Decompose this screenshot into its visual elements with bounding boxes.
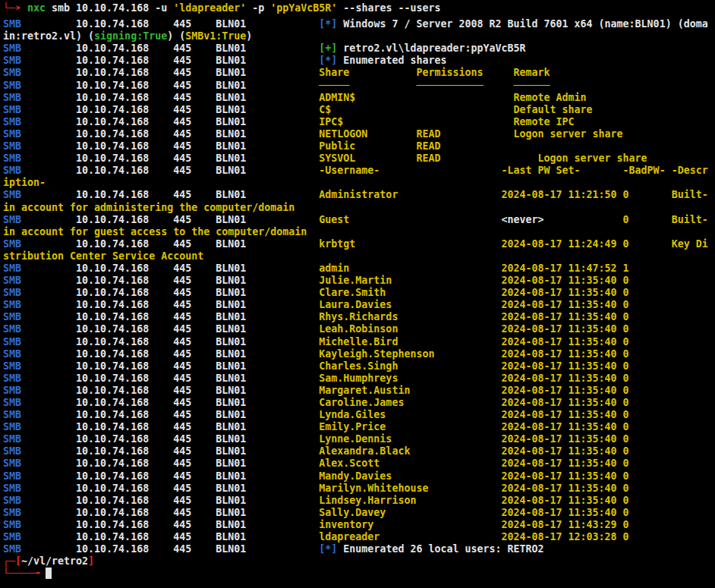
text-segment: in:retro2.vl) ( xyxy=(3,30,94,42)
text-segment: 2024-08-17 11:35:40 xyxy=(501,397,622,408)
text-segment: BLN01 xyxy=(216,531,319,542)
text-segment: [*] xyxy=(319,55,337,66)
text-segment: Guest xyxy=(319,214,501,225)
user-row: SMB 10.10.74.168 445 BLN01 Lindsey.Harri… xyxy=(3,495,715,507)
users-header-row: SMB 10.10.74.168 445 BLN01 -Username- -L… xyxy=(3,165,715,177)
user-row: SMB 10.10.74.168 445 BLN01 Leah.Robinson… xyxy=(3,323,715,335)
text-segment: 10.10.74.168 xyxy=(76,287,173,298)
text-segment: SMB xyxy=(3,323,76,335)
text-segment: 0 xyxy=(623,421,629,432)
text-segment: SMB xyxy=(3,311,76,322)
user-row: SMB 10.10.74.168 445 BLN01 admin 2024-08… xyxy=(3,263,715,275)
text-segment: 2024-08-17 11:35:40 xyxy=(501,433,622,445)
text-segment: -Descr xyxy=(672,165,708,176)
text-segment: BLN01 xyxy=(216,519,319,530)
text-segment: BLN01 xyxy=(216,323,319,335)
text-segment: -Last PW Set- xyxy=(501,165,622,176)
text-segment: Key Di xyxy=(672,238,708,250)
text-segment: ───── xyxy=(319,80,416,91)
text-segment: in account for administering the compute… xyxy=(3,202,295,213)
user-row-wrap: in account for guest access to the compu… xyxy=(3,226,715,238)
text-segment: 445 xyxy=(173,445,216,457)
text-segment: 445 xyxy=(173,238,216,250)
text-segment: SMB xyxy=(3,373,76,384)
text-segment: 0 xyxy=(623,483,629,494)
text-segment: 445 xyxy=(173,42,216,54)
text-segment: 0 xyxy=(623,397,629,408)
smb-banner-row: SMB 10.10.74.168 445 BLN01 [*] Windows 7… xyxy=(3,18,715,30)
smb-enum-shares-row: SMB 10.10.74.168 445 BLN01 [*] Enumerate… xyxy=(3,55,715,67)
text-segment: 2024-08-17 11:35:40 xyxy=(501,336,622,347)
text-segment: 10.10.74.168 xyxy=(76,140,173,152)
text-segment: Caroline.James xyxy=(319,397,501,408)
text-segment: IPC$ xyxy=(319,116,416,127)
text-segment: iption- xyxy=(3,177,46,188)
user-row: SMB 10.10.74.168 445 BLN01 Caroline.Jame… xyxy=(3,397,715,409)
text-segment: 0 xyxy=(623,433,629,445)
text-segment: 445 xyxy=(173,18,216,30)
text-segment: 445 xyxy=(173,311,216,322)
text-segment: 445 xyxy=(173,104,216,115)
text-segment: BLN01 xyxy=(216,287,319,298)
text-segment: 10.10.74.168 xyxy=(76,348,173,360)
text-segment: 10.10.74.168 xyxy=(76,67,173,78)
text-segment: 10.10.74.168 xyxy=(76,445,173,457)
user-row: SMB 10.10.74.168 445 BLN01 Administrator… xyxy=(3,189,715,201)
text-segment: READ xyxy=(416,140,440,152)
text-segment: BLN01 xyxy=(216,153,319,164)
text-segment: SYSVOL xyxy=(319,153,416,164)
text-segment: Charles.Singh xyxy=(319,360,501,372)
terminal-screen[interactable]: └─➤ nxc smb 10.10.74.168 -u 'ldapreader'… xyxy=(0,0,715,588)
text-segment: SMB xyxy=(3,483,76,494)
text-segment: 10.10.74.168 xyxy=(76,165,173,176)
text-segment: 0 xyxy=(623,360,629,372)
text-segment: 10.10.74.168 xyxy=(76,311,173,322)
text-segment: SMB xyxy=(3,263,76,274)
text-segment: 10.10.74.168 xyxy=(76,458,173,469)
text-segment: SMB xyxy=(3,189,76,200)
text-segment: nxc xyxy=(27,2,46,14)
text-segment: 445 xyxy=(173,421,216,432)
text-segment: SMB xyxy=(3,495,76,506)
text-segment: 10.10.74.168 xyxy=(76,360,173,372)
text-segment: 2024-08-17 11:21:50 xyxy=(501,189,622,200)
text-segment: -p xyxy=(246,2,270,14)
text-segment: 0 xyxy=(623,458,629,469)
text-segment: SMB xyxy=(3,80,76,91)
text-segment: 445 xyxy=(173,116,216,127)
text-segment: 10.10.74.168 xyxy=(76,495,173,506)
text-segment: 10.10.74.168 xyxy=(76,92,173,103)
text-segment: -BadPW- xyxy=(623,165,672,176)
text-segment: 0 xyxy=(623,519,629,530)
user-row: SMB 10.10.74.168 445 BLN01 Alexandra.Bla… xyxy=(3,445,715,458)
text-segment: 445 xyxy=(173,543,216,555)
text-segment: BLN01 xyxy=(216,348,319,360)
text-segment: Remote IPC xyxy=(514,116,575,127)
text-segment: BLN01 xyxy=(216,385,319,396)
text-segment: admin xyxy=(319,263,501,274)
text-segment: 'ppYaVcB5R' xyxy=(270,2,337,14)
text-segment: 10.10.74.168 xyxy=(76,128,173,140)
user-row-wrap: in account for administering the compute… xyxy=(3,202,715,214)
text-segment: 10.10.74.168 xyxy=(76,543,173,555)
text-segment: BLN01 xyxy=(216,336,319,347)
share-row: SMB 10.10.74.168 445 BLN01 C$ Default sh… xyxy=(3,104,715,116)
text-segment: ─────────── xyxy=(416,80,513,91)
text-segment: 445 xyxy=(173,275,216,286)
text-segment: 2024-08-17 11:35:40 xyxy=(501,299,622,310)
text-segment: Michelle.Bird xyxy=(319,336,501,347)
text-segment: 2024-08-17 11:35:40 xyxy=(501,458,622,469)
text-segment: C$ xyxy=(319,104,416,115)
text-segment: └────╼ xyxy=(3,568,46,579)
text-segment xyxy=(416,116,513,127)
text-segment: ~/vl/retro2 xyxy=(21,555,88,567)
cursor-block xyxy=(46,568,52,579)
prompt-line-2: └────╼ xyxy=(3,568,715,580)
text-segment: 0 xyxy=(623,238,672,250)
text-segment: 445 xyxy=(173,458,216,469)
text-segment: 0 xyxy=(623,495,629,506)
text-segment: BLN01 xyxy=(216,397,319,408)
text-segment: SMB xyxy=(3,214,76,225)
text-segment: ) ( xyxy=(167,30,185,42)
text-segment: SMB xyxy=(3,140,76,152)
